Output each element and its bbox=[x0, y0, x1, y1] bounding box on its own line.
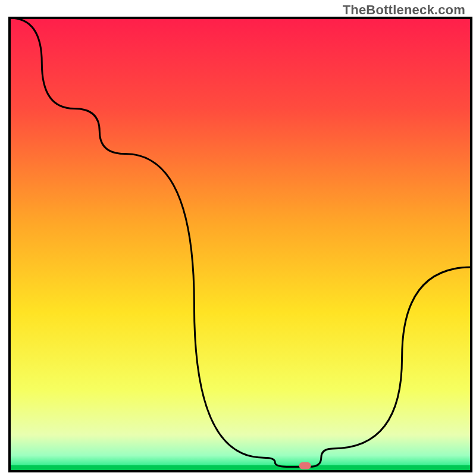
watermark-text: TheBottleneck.com bbox=[343, 2, 465, 18]
chart-background bbox=[10, 18, 471, 471]
bottleneck-chart bbox=[0, 0, 476, 476]
chart-container: TheBottleneck.com bbox=[0, 0, 476, 476]
optimal-point-marker bbox=[299, 462, 311, 469]
